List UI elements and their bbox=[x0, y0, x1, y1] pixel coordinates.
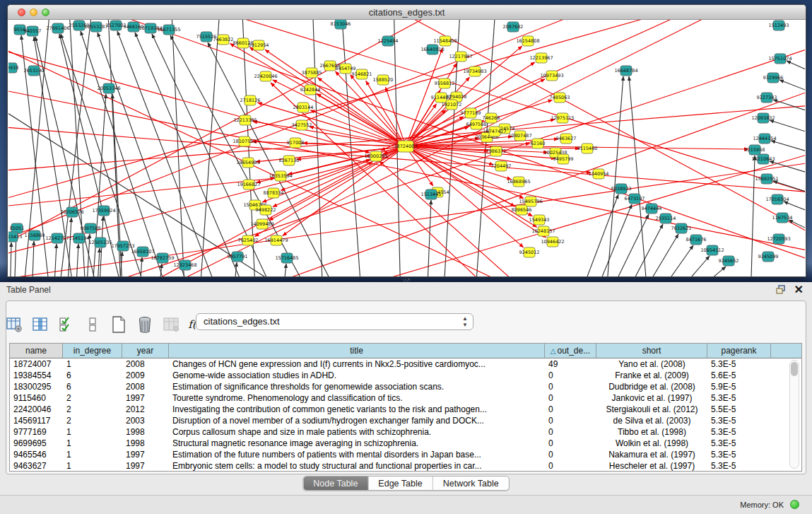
cell-out_degree[interactable]: 0 bbox=[545, 449, 596, 460]
cell-short[interactable]: Yano et al. (2008) bbox=[596, 358, 707, 370]
memory-ok-indicator-icon[interactable] bbox=[790, 500, 799, 509]
table-row[interactable]: 1456911722003Disruption of a novel membe… bbox=[10, 415, 801, 426]
cell-name[interactable]: 18300295 bbox=[10, 381, 63, 392]
graph-node[interactable]: 7204497 bbox=[491, 161, 512, 171]
cell-name[interactable]: 19384554 bbox=[10, 370, 63, 381]
citation-edge-red[interactable] bbox=[178, 20, 805, 197]
graph-node[interactable]: 2935114 bbox=[656, 214, 676, 223]
cell-out_degree[interactable]: 0 bbox=[545, 438, 596, 449]
cell-out_degree[interactable]: 0 bbox=[545, 404, 596, 415]
graph-node[interactable]: 16782759 bbox=[151, 253, 174, 263]
cell-out_degree[interactable]: 0 bbox=[545, 370, 596, 381]
cell-year[interactable]: 1997 bbox=[122, 460, 169, 471]
cell-title[interactable]: Genome-wide association studies in ADHD. bbox=[169, 370, 545, 381]
cell-in_degree[interactable]: 2 bbox=[63, 415, 122, 426]
graph-node[interactable]: 16648784 bbox=[614, 66, 637, 76]
citation-edge-black[interactable] bbox=[771, 141, 805, 156]
cell-short[interactable]: Wolkin et al. (1998) bbox=[596, 438, 707, 449]
citation-edge-black[interactable] bbox=[341, 20, 362, 276]
close-panel-icon[interactable]: ✕ bbox=[794, 283, 804, 296]
graph-node[interactable]: 19166827 bbox=[237, 180, 260, 189]
graph-node[interactable]: 16210643 bbox=[751, 154, 775, 164]
graph-node[interactable]: 6473197 bbox=[625, 194, 645, 204]
graph-node[interactable]: 10946422 bbox=[541, 237, 564, 247]
graph-node[interactable]: 16868965 bbox=[507, 177, 530, 187]
cell-short[interactable]: Nakamura et al. (1997) bbox=[596, 449, 707, 460]
cell-out_degree[interactable]: 0 bbox=[545, 415, 596, 426]
cell-out_degree[interactable]: 0 bbox=[545, 381, 596, 392]
cell-name[interactable]: 14569117 bbox=[10, 415, 63, 426]
tab-node-table[interactable]: Node Table bbox=[303, 477, 368, 490]
graph-node[interactable]: 10807487 bbox=[508, 131, 531, 141]
cell-year[interactable]: 1997 bbox=[122, 392, 169, 404]
citation-edge-black[interactable] bbox=[199, 20, 220, 276]
select-all-columns-icon[interactable] bbox=[58, 316, 75, 333]
citation-edge-black[interactable] bbox=[577, 194, 618, 276]
cell-in_degree[interactable]: 1 bbox=[63, 438, 122, 449]
graph-node[interactable]: 9146821 bbox=[352, 69, 372, 79]
cell-in_degree[interactable]: 6 bbox=[63, 381, 122, 392]
cell-out_degree[interactable]: 0 bbox=[545, 392, 596, 404]
cell-name[interactable]: 9699695 bbox=[10, 438, 63, 449]
cell-name[interactable]: 9465546 bbox=[10, 449, 63, 460]
graph-node[interactable]: 9115460 bbox=[577, 144, 598, 153]
graph-node[interactable]: 10654112 bbox=[700, 245, 724, 255]
cell-name[interactable]: 9463627 bbox=[10, 460, 63, 471]
cell-in_degree[interactable]: 1 bbox=[63, 358, 122, 370]
graph-node[interactable]: 9556812 bbox=[435, 78, 455, 88]
cell-year[interactable]: 2012 bbox=[122, 404, 169, 415]
graph-node[interactable]: 15751074 bbox=[768, 54, 792, 64]
cell-title[interactable]: Corpus callosum shape and size in male p… bbox=[169, 426, 545, 438]
network-canvas[interactable]: 1872400722420046271812612213385181075521… bbox=[8, 20, 805, 276]
graph-node[interactable]: 19734983 bbox=[463, 66, 486, 76]
cell-name[interactable]: 22420046 bbox=[10, 404, 63, 415]
cell-pagerank[interactable]: 5.3E-5 bbox=[707, 426, 771, 438]
graph-node[interactable]: 9242844 bbox=[300, 85, 321, 95]
graph-node[interactable]: 19654985 bbox=[236, 158, 259, 168]
graph-node[interactable]: 17016504 bbox=[765, 194, 789, 204]
graph-node[interactable]: 27691406 bbox=[46, 23, 69, 33]
cell-title[interactable]: Investigating the contribution of common… bbox=[169, 404, 545, 415]
unselect-all-columns-icon[interactable] bbox=[84, 316, 101, 333]
column-header-pagerank[interactable]: pagerank bbox=[707, 344, 771, 358]
cell-name[interactable]: 18724007 bbox=[10, 358, 63, 370]
cell-pagerank[interactable]: 5.5E-5 bbox=[707, 404, 771, 415]
graph-node[interactable]: 2803144 bbox=[293, 103, 314, 112]
graph-node[interactable]: 16914479 bbox=[264, 235, 288, 245]
cell-short[interactable]: Hescheler et al. (1997) bbox=[596, 460, 707, 471]
graph-node[interactable]: 9495799 bbox=[553, 154, 574, 164]
citation-edge-black[interactable] bbox=[592, 204, 632, 276]
graph-node[interactable]: 3915413 bbox=[8, 232, 22, 242]
citation-edge-black[interactable] bbox=[10, 243, 11, 276]
graph-node[interactable]: 1512493 bbox=[769, 21, 789, 30]
cell-in_degree[interactable]: 2 bbox=[63, 404, 122, 415]
cell-in_degree[interactable]: 1 bbox=[63, 449, 122, 460]
citation-edge-black[interactable] bbox=[629, 76, 648, 276]
cell-title[interactable]: Estimation of significance thresholds fo… bbox=[169, 381, 545, 392]
citation-edge-black[interactable] bbox=[770, 161, 805, 177]
citation-edge-black[interactable] bbox=[751, 156, 755, 276]
graph-node[interactable]: 10973493 bbox=[540, 71, 563, 81]
graph-node[interactable]: 7485063 bbox=[550, 93, 570, 103]
citation-edge-black[interactable] bbox=[92, 94, 106, 276]
cell-short[interactable]: Dudbridge et al. (2008) bbox=[596, 381, 707, 392]
citation-edge-red[interactable] bbox=[8, 178, 275, 207]
graph-node[interactable]: 17359924 bbox=[92, 206, 115, 216]
graph-node[interactable]: 19938 bbox=[8, 63, 18, 73]
graph-node[interactable]: 12444154 bbox=[753, 134, 776, 144]
citation-edge-black[interactable] bbox=[637, 234, 678, 276]
table-row[interactable]: 946362711997Embryonic stem cells: a mode… bbox=[10, 460, 801, 471]
graph-node[interactable]: 12975115 bbox=[551, 113, 574, 123]
column-header-year[interactable]: year bbox=[122, 344, 169, 358]
citation-edge-black[interactable] bbox=[312, 20, 323, 276]
cell-pagerank[interactable]: 5.3E-5 bbox=[707, 449, 771, 460]
cell-in_degree[interactable]: 2 bbox=[63, 392, 122, 404]
cell-title[interactable]: Changes of HCN gene expression and I(f) … bbox=[169, 358, 545, 370]
graph-node[interactable]: 12217987 bbox=[449, 52, 472, 62]
citation-edge-black[interactable] bbox=[787, 61, 805, 76]
graph-node[interactable]: 12142757 bbox=[45, 233, 69, 243]
cell-name[interactable]: 9115460 bbox=[10, 392, 63, 404]
graph-node[interactable]: 16154808 bbox=[516, 36, 539, 46]
cell-pagerank[interactable]: 5.3E-5 bbox=[707, 415, 771, 426]
show-columns-icon[interactable] bbox=[32, 316, 49, 333]
